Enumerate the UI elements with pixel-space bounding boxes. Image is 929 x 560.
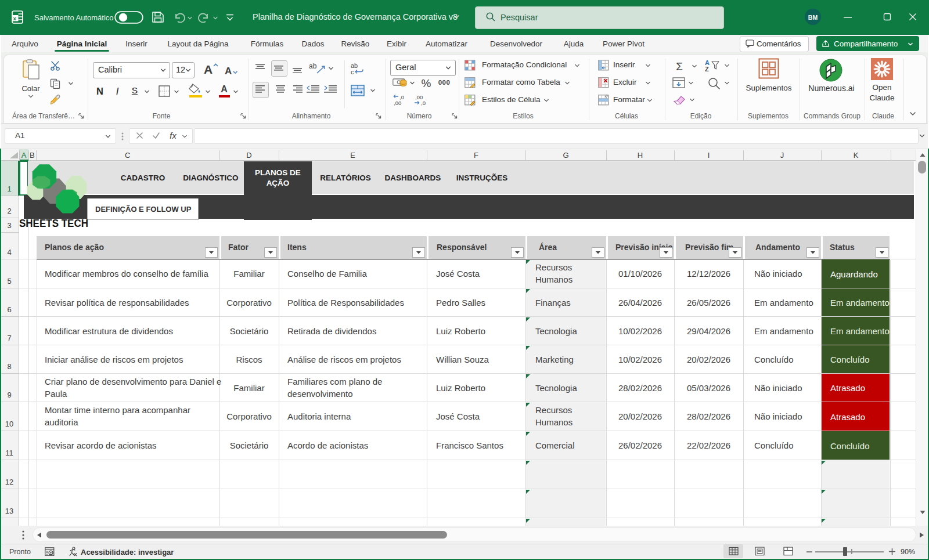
svg-text:A: A	[225, 66, 232, 77]
svg-text:ab: ab	[309, 62, 317, 70]
svg-text:A: A	[204, 63, 213, 76]
svg-text:,00: ,00	[394, 100, 401, 106]
svg-text:c: c	[351, 68, 354, 75]
svg-text:Z: Z	[705, 66, 709, 72]
svg-text:,0: ,0	[421, 100, 426, 106]
